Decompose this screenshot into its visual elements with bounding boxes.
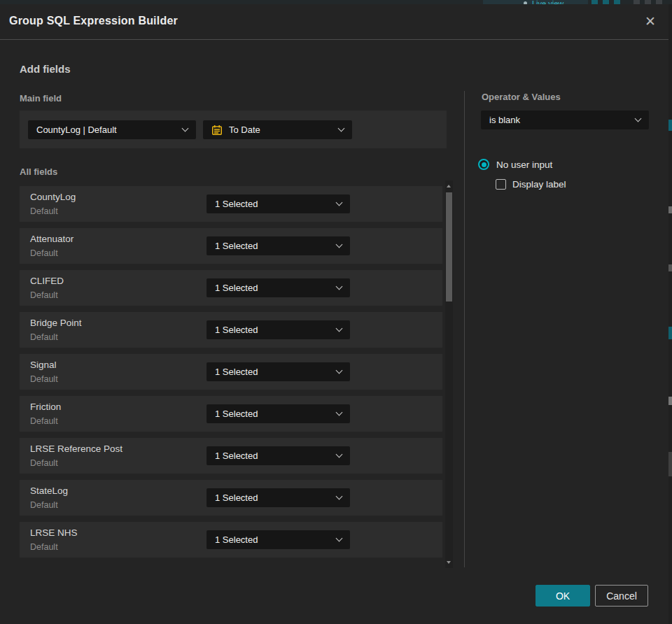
radio-selected-icon — [478, 159, 489, 170]
field-name: StateLog — [30, 485, 68, 496]
main-field-type-dropdown[interactable]: To Date — [203, 120, 352, 139]
field-selected-dropdown[interactable]: 1 Selected — [206, 446, 350, 465]
chevron-down-icon — [336, 283, 343, 290]
live-view-label: Live view — [532, 0, 564, 4]
display-label-text: Display label — [512, 179, 566, 190]
field-row: Bridge Point Default 1 Selected — [20, 312, 442, 348]
ok-button[interactable]: OK — [536, 585, 590, 607]
background-toolbar-fragment — [634, 0, 640, 4]
chevron-down-icon — [336, 199, 343, 206]
main-field-dropdown-value: CountyLog | Default — [36, 125, 117, 135]
field-selected-value: 1 Selected — [215, 283, 258, 293]
checkbox-unchecked-icon — [496, 179, 506, 190]
background-edge-fragment — [668, 264, 672, 271]
chevron-down-icon — [336, 409, 343, 416]
field-name: LRSE NHS — [30, 527, 78, 538]
field-sub: Default — [30, 206, 58, 216]
field-selected-dropdown[interactable]: 1 Selected — [206, 236, 350, 255]
add-fields-heading: Add fields — [20, 63, 71, 75]
field-selected-dropdown[interactable]: 1 Selected — [206, 530, 350, 549]
chevron-down-icon — [635, 115, 642, 122]
live-view-dot-icon — [524, 1, 527, 4]
field-sub: Default — [30, 248, 58, 258]
background-edge-fragment — [668, 452, 672, 476]
field-sub: Default — [30, 332, 58, 342]
field-selected-dropdown[interactable]: 1 Selected — [206, 278, 350, 297]
scrollbar-down-arrow-icon[interactable] — [447, 561, 451, 564]
calendar-icon — [211, 125, 223, 136]
scrollbar-up-arrow-icon[interactable] — [447, 185, 451, 187]
display-label-checkbox[interactable]: Display label — [496, 179, 566, 190]
field-selected-dropdown[interactable]: 1 Selected — [206, 320, 350, 339]
field-selected-value: 1 Selected — [215, 451, 258, 461]
field-row: CountyLog Default 1 Selected — [20, 186, 442, 222]
chevron-down-icon — [182, 125, 189, 132]
no-user-input-label: No user input — [496, 159, 552, 170]
field-name: CountyLog — [30, 192, 76, 202]
background-edge-fragment — [668, 206, 672, 213]
field-selected-value: 1 Selected — [215, 367, 258, 377]
main-field-dropdown[interactable]: CountyLog | Default — [28, 120, 196, 139]
dialog-title-bar: Group SQL Expression Builder ✕ — [0, 4, 668, 40]
field-name: Signal — [30, 360, 57, 370]
field-name: LRSE Reference Post — [30, 444, 122, 454]
field-selected-value: 1 Selected — [215, 199, 258, 209]
background-app-right-edge — [668, 4, 672, 624]
scrollbar-thumb[interactable] — [446, 192, 452, 302]
panel-divider — [464, 91, 465, 567]
field-selected-dropdown[interactable]: 1 Selected — [206, 404, 350, 423]
operator-dropdown-value: is blank — [489, 115, 520, 125]
background-toolbar-fragment — [656, 0, 662, 4]
group-sql-expression-builder-dialog: Group SQL Expression Builder ✕ Add field… — [0, 4, 668, 624]
field-selected-value: 1 Selected — [215, 325, 258, 335]
chevron-down-icon — [336, 493, 343, 500]
field-name: Friction — [30, 402, 61, 412]
field-selected-value: 1 Selected — [215, 241, 258, 251]
dialog-title: Group SQL Expression Builder — [9, 15, 178, 27]
main-field-box: CountyLog | Default To Date — [20, 111, 447, 148]
field-selected-value: 1 Selected — [215, 534, 258, 545]
field-selected-value: 1 Selected — [215, 492, 258, 503]
chevron-down-icon — [338, 125, 345, 132]
chevron-down-icon — [336, 367, 343, 374]
field-row: LRSE NHS Default 1 Selected — [20, 522, 442, 558]
background-toolbar-fragment — [614, 0, 620, 4]
main-field-type-value: To Date — [229, 125, 260, 135]
field-name: CLIFED — [30, 276, 64, 286]
field-name: Attenuator — [30, 234, 74, 244]
field-selected-dropdown[interactable]: 1 Selected — [206, 194, 350, 213]
background-toolbar-fragment — [645, 0, 651, 4]
all-fields-scrollbar[interactable] — [445, 180, 453, 568]
field-row: LRSE Reference Post Default 1 Selected — [20, 438, 442, 474]
field-sub: Default — [30, 458, 58, 468]
field-row: Signal Default 1 Selected — [20, 354, 442, 390]
field-selected-dropdown[interactable]: 1 Selected — [206, 362, 350, 381]
background-edge-fragment — [668, 120, 672, 131]
all-fields-list: CountyLog Default 1 Selected Attenuator … — [20, 186, 442, 564]
operator-dropdown[interactable]: is blank — [481, 111, 649, 129]
field-row: Attenuator Default 1 Selected — [20, 228, 442, 264]
field-row: StateLog Default 1 Selected — [20, 480, 442, 516]
all-fields-label: All fields — [20, 166, 57, 177]
field-selected-dropdown[interactable]: 1 Selected — [206, 488, 350, 507]
chevron-down-icon — [336, 451, 343, 458]
background-toolbar-fragment — [592, 0, 598, 4]
field-name: Bridge Point — [30, 318, 82, 328]
cancel-button[interactable]: Cancel — [595, 585, 648, 607]
field-row: Friction Default 1 Selected — [20, 396, 442, 432]
field-sub: Default — [30, 416, 58, 426]
no-user-input-radio[interactable]: No user input — [478, 159, 552, 170]
close-icon[interactable]: ✕ — [642, 13, 659, 30]
operator-values-label: Operator & Values — [482, 92, 561, 102]
chevron-down-icon — [336, 325, 343, 332]
field-sub: Default — [30, 374, 58, 384]
field-row: CLIFED Default 1 Selected — [20, 270, 442, 306]
chevron-down-icon — [336, 535, 343, 542]
field-sub: Default — [30, 542, 58, 552]
background-edge-fragment — [668, 327, 672, 339]
background-app-top-edge: Live view — [0, 0, 672, 4]
main-field-label: Main field — [20, 93, 62, 104]
field-selected-value: 1 Selected — [215, 409, 258, 419]
background-edge-fragment — [668, 397, 672, 405]
field-sub: Default — [30, 500, 58, 510]
